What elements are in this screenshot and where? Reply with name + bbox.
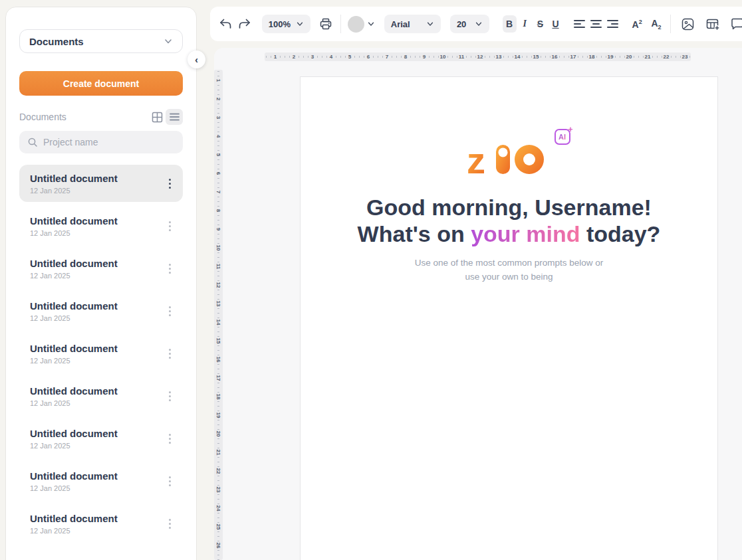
workspace-selector-label: Documents xyxy=(29,36,84,47)
document-list-item[interactable]: Untitled document 12 Jan 2025 xyxy=(19,505,183,542)
font-size-value: 20 xyxy=(457,19,466,29)
documents-section-header: Documents xyxy=(19,109,183,125)
app-logo: z AI + xyxy=(468,137,551,177)
table-add-icon xyxy=(705,17,720,31)
document-menu-button[interactable] xyxy=(165,430,175,448)
document-date: 12 Jan 2025 xyxy=(30,357,165,365)
document-menu-button[interactable] xyxy=(165,217,175,235)
document-title: Untitled document xyxy=(30,470,165,482)
font-family-select[interactable]: Arial xyxy=(384,15,441,33)
underline-button[interactable]: U xyxy=(549,15,562,33)
search-icon xyxy=(27,137,38,147)
document-list-item[interactable]: Untitled document 12 Jan 2025 xyxy=(19,335,183,372)
printer-icon xyxy=(319,17,332,31)
undo-button[interactable] xyxy=(218,15,233,33)
align-left-button[interactable] xyxy=(572,15,587,33)
redo-button[interactable] xyxy=(237,15,253,33)
document-title: Untitled document xyxy=(30,215,165,227)
document-date: 12 Jan 2025 xyxy=(30,484,165,492)
vertical-ruler: 1234567891011121314151617181920212223242… xyxy=(214,70,223,560)
zio-logo-icon: z xyxy=(468,137,551,177)
zoom-value: 100% xyxy=(269,19,291,29)
horizontal-ruler: 1234567891011121314151617181920212223 xyxy=(265,52,691,61)
document-date: 12 Jan 2025 xyxy=(30,229,165,237)
greeting-highlight: your mind xyxy=(471,221,580,246)
align-left-icon xyxy=(574,20,585,28)
italic-button[interactable]: I xyxy=(518,15,532,33)
print-button[interactable] xyxy=(318,15,334,33)
color-swatch xyxy=(348,16,364,33)
greeting-line1: Good morning, Username! xyxy=(301,194,717,221)
sparkle-icon: + xyxy=(568,125,572,134)
align-center-icon xyxy=(590,20,602,28)
create-document-button[interactable]: Create document xyxy=(19,71,183,96)
font-size-select[interactable]: 20 xyxy=(450,15,489,33)
document-menu-button[interactable] xyxy=(165,175,175,193)
image-icon xyxy=(681,17,695,31)
insert-image-button[interactable] xyxy=(680,15,695,33)
chevron-down-icon xyxy=(296,20,304,28)
zoom-select[interactable]: 100% xyxy=(262,15,310,33)
sidebar: Documents Create document Documents Unti… xyxy=(5,7,197,560)
list-view-icon xyxy=(170,113,180,121)
comment-icon xyxy=(730,17,742,31)
document-title: Untitled document xyxy=(30,428,165,439)
document-list-item[interactable]: Untitled document 12 Jan 2025 xyxy=(19,462,183,500)
document-list-item[interactable]: Untitled document 12 Jan 2025 xyxy=(19,420,183,457)
document-menu-button[interactable] xyxy=(165,302,175,320)
redo-icon xyxy=(238,18,251,30)
document-page[interactable]: z AI + Good morning, Username! What's on… xyxy=(300,76,718,560)
document-title: Untitled document xyxy=(30,343,165,354)
toolbar-divider xyxy=(670,15,671,33)
bold-button[interactable]: B xyxy=(503,15,517,33)
document-title: Untitled document xyxy=(30,173,165,184)
grid-view-icon xyxy=(152,112,163,123)
editor-toolbar: 100% Arial 20 B I S U A2 A2 xyxy=(210,7,742,41)
greeting-heading: Good morning, Username! What's on your m… xyxy=(301,194,717,247)
document-list-item[interactable]: Untitled document 12 Jan 2025 xyxy=(19,377,183,415)
document-title: Untitled document xyxy=(30,513,165,524)
search-input[interactable] xyxy=(43,137,175,147)
text-color-picker[interactable] xyxy=(348,16,375,33)
greeting-subtitle: Use one of the most common prompts below… xyxy=(301,256,717,284)
document-list-item[interactable]: Untitled document 12 Jan 2025 xyxy=(19,165,183,202)
document-title: Untitled document xyxy=(30,258,165,269)
font-family-value: Arial xyxy=(391,19,410,29)
document-list-item[interactable]: Untitled document 12 Jan 2025 xyxy=(19,207,183,244)
documents-section-label: Documents xyxy=(19,112,148,122)
sidebar-collapse-button[interactable]: ‹ xyxy=(187,50,205,68)
document-menu-button[interactable] xyxy=(165,345,175,363)
document-title: Untitled document xyxy=(30,300,165,312)
align-right-button[interactable] xyxy=(605,15,620,33)
toolbar-divider xyxy=(340,15,341,33)
editor-canvas: 1234567891011121314151617181920212223 12… xyxy=(214,48,742,560)
superscript-button[interactable]: A2 xyxy=(630,19,645,30)
grid-view-button[interactable] xyxy=(148,109,166,125)
document-menu-button[interactable] xyxy=(165,472,175,490)
document-menu-button[interactable] xyxy=(165,387,175,405)
document-list-item[interactable]: Untitled document 12 Jan 2025 xyxy=(19,292,183,329)
chevron-down-icon xyxy=(426,20,434,28)
document-date: 12 Jan 2025 xyxy=(30,399,165,407)
subscript-button[interactable]: A2 xyxy=(649,18,664,31)
insert-table-button[interactable] xyxy=(705,15,720,33)
svg-text:z: z xyxy=(468,140,485,177)
list-view-button[interactable] xyxy=(166,109,183,125)
ai-badge: AI + xyxy=(555,129,570,145)
document-list-item[interactable]: Untitled document 12 Jan 2025 xyxy=(19,250,183,287)
search-box[interactable] xyxy=(19,131,183,153)
workspace-selector[interactable]: Documents xyxy=(19,29,183,53)
comment-button[interactable] xyxy=(729,15,742,33)
align-right-icon xyxy=(607,20,618,28)
strikethrough-button[interactable]: S xyxy=(533,15,547,33)
chevron-down-icon xyxy=(164,37,173,46)
document-menu-button[interactable] xyxy=(165,260,175,278)
align-center-button[interactable] xyxy=(588,15,604,33)
document-date: 12 Jan 2025 xyxy=(30,187,165,195)
document-menu-button[interactable] xyxy=(165,515,175,533)
chevron-down-icon xyxy=(475,20,483,28)
document-date: 12 Jan 2025 xyxy=(30,442,165,450)
chevron-down-icon xyxy=(367,20,375,28)
greeting-line2: What's on your mind today? xyxy=(301,221,717,247)
document-date: 12 Jan 2025 xyxy=(30,527,165,535)
